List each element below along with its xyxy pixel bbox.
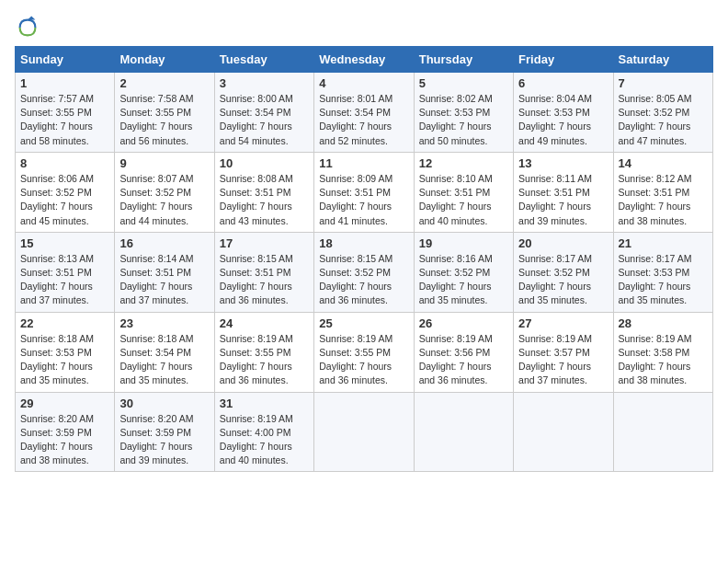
day-number: 16: [119, 236, 209, 250]
calendar-day-cell: 4 Sunrise: 8:01 AMSunset: 3:54 PMDayligh…: [314, 73, 414, 153]
day-number: 19: [419, 236, 508, 250]
day-number: 14: [619, 156, 708, 170]
day-number: 17: [220, 236, 309, 250]
day-number: 5: [419, 76, 508, 90]
day-number: 22: [20, 316, 109, 330]
day-number: 25: [319, 316, 408, 330]
day-number: 9: [119, 156, 209, 170]
day-info: Sunrise: 8:08 AMSunset: 3:51 PMDaylight:…: [220, 172, 309, 228]
day-number: 6: [518, 76, 608, 90]
logo-icon: [15, 15, 40, 40]
calendar-day-cell: 24 Sunrise: 8:19 AMSunset: 3:55 PMDaylig…: [214, 312, 313, 392]
calendar-day-cell: 29 Sunrise: 8:20 AMSunset: 3:59 PMDaylig…: [16, 392, 115, 472]
calendar-day-cell: 27 Sunrise: 8:19 AMSunset: 3:57 PMDaylig…: [514, 312, 613, 392]
day-number: 18: [319, 236, 408, 250]
col-saturday: Saturday: [613, 47, 712, 73]
day-info: Sunrise: 8:10 AMSunset: 3:51 PMDaylight:…: [419, 172, 508, 228]
calendar-day-cell: 28 Sunrise: 8:19 AMSunset: 3:58 PMDaylig…: [613, 312, 712, 392]
day-info: Sunrise: 8:20 AMSunset: 3:59 PMDaylight:…: [20, 412, 109, 468]
day-info: Sunrise: 8:05 AMSunset: 3:52 PMDaylight:…: [619, 92, 708, 148]
calendar-day-cell: 3 Sunrise: 8:00 AMSunset: 3:54 PMDayligh…: [214, 73, 313, 153]
col-tuesday: Tuesday: [214, 47, 313, 73]
calendar-day-cell: 31 Sunrise: 8:19 AMSunset: 4:00 PMDaylig…: [214, 392, 313, 472]
day-info: Sunrise: 8:06 AMSunset: 3:52 PMDaylight:…: [20, 172, 109, 228]
calendar-day-cell: 7 Sunrise: 8:05 AMSunset: 3:52 PMDayligh…: [613, 73, 712, 153]
day-number: 7: [619, 76, 708, 90]
calendar-day-cell: 12 Sunrise: 8:10 AMSunset: 3:51 PMDaylig…: [414, 152, 513, 232]
calendar-week-row: 8 Sunrise: 8:06 AMSunset: 3:52 PMDayligh…: [16, 152, 713, 232]
day-info: Sunrise: 8:19 AMSunset: 3:58 PMDaylight:…: [619, 332, 708, 388]
calendar-day-cell: 26 Sunrise: 8:19 AMSunset: 3:56 PMDaylig…: [414, 312, 513, 392]
day-number: 8: [20, 156, 109, 170]
calendar-day-cell: 2 Sunrise: 7:58 AMSunset: 3:55 PMDayligh…: [115, 73, 214, 153]
calendar-day-cell: 10 Sunrise: 8:08 AMSunset: 3:51 PMDaylig…: [214, 152, 313, 232]
day-info: Sunrise: 8:16 AMSunset: 3:52 PMDaylight:…: [419, 252, 508, 308]
day-info: Sunrise: 8:18 AMSunset: 3:53 PMDaylight:…: [20, 332, 109, 388]
day-info: Sunrise: 8:11 AMSunset: 3:51 PMDaylight:…: [518, 172, 608, 228]
day-info: Sunrise: 8:04 AMSunset: 3:53 PMDaylight:…: [518, 92, 608, 148]
page-header: [15, 15, 713, 40]
day-info: Sunrise: 8:17 AMSunset: 3:52 PMDaylight:…: [518, 252, 608, 308]
calendar-day-cell: 6 Sunrise: 8:04 AMSunset: 3:53 PMDayligh…: [514, 73, 613, 153]
day-info: Sunrise: 8:12 AMSunset: 3:51 PMDaylight:…: [619, 172, 708, 228]
day-number: 10: [220, 156, 309, 170]
calendar-week-row: 29 Sunrise: 8:20 AMSunset: 3:59 PMDaylig…: [16, 392, 713, 472]
calendar-header-row: Sunday Monday Tuesday Wednesday Thursday…: [16, 47, 713, 73]
day-number: 26: [419, 316, 508, 330]
calendar-day-cell: 21 Sunrise: 8:17 AMSunset: 3:53 PMDaylig…: [613, 232, 712, 312]
day-info: Sunrise: 8:15 AMSunset: 3:51 PMDaylight:…: [220, 252, 309, 308]
day-number: 30: [119, 396, 209, 410]
day-number: 12: [419, 156, 508, 170]
col-thursday: Thursday: [414, 47, 513, 73]
logo: [15, 15, 44, 40]
calendar-day-cell: [514, 392, 613, 472]
calendar-day-cell: 18 Sunrise: 8:15 AMSunset: 3:52 PMDaylig…: [314, 232, 414, 312]
day-number: 29: [20, 396, 109, 410]
calendar-day-cell: 30 Sunrise: 8:20 AMSunset: 3:59 PMDaylig…: [115, 392, 214, 472]
day-number: 11: [319, 156, 408, 170]
calendar-day-cell: 19 Sunrise: 8:16 AMSunset: 3:52 PMDaylig…: [414, 232, 513, 312]
col-wednesday: Wednesday: [314, 47, 414, 73]
calendar-day-cell: 17 Sunrise: 8:15 AMSunset: 3:51 PMDaylig…: [214, 232, 313, 312]
day-number: 31: [220, 396, 309, 410]
calendar-day-cell: [314, 392, 414, 472]
calendar-day-cell: 15 Sunrise: 8:13 AMSunset: 3:51 PMDaylig…: [16, 232, 115, 312]
calendar-day-cell: 25 Sunrise: 8:19 AMSunset: 3:55 PMDaylig…: [314, 312, 414, 392]
day-info: Sunrise: 7:58 AMSunset: 3:55 PMDaylight:…: [119, 92, 209, 148]
day-number: 23: [119, 316, 209, 330]
calendar-day-cell: 8 Sunrise: 8:06 AMSunset: 3:52 PMDayligh…: [16, 152, 115, 232]
day-number: 20: [518, 236, 608, 250]
day-info: Sunrise: 8:19 AMSunset: 4:00 PMDaylight:…: [220, 412, 309, 468]
day-number: 4: [319, 76, 408, 90]
col-monday: Monday: [115, 47, 214, 73]
day-info: Sunrise: 8:07 AMSunset: 3:52 PMDaylight:…: [119, 172, 209, 228]
day-number: 13: [518, 156, 608, 170]
day-info: Sunrise: 8:02 AMSunset: 3:53 PMDaylight:…: [419, 92, 508, 148]
calendar-day-cell: 1 Sunrise: 7:57 AMSunset: 3:55 PMDayligh…: [16, 73, 115, 153]
day-info: Sunrise: 8:20 AMSunset: 3:59 PMDaylight:…: [119, 412, 209, 468]
calendar-day-cell: 16 Sunrise: 8:14 AMSunset: 3:51 PMDaylig…: [115, 232, 214, 312]
day-info: Sunrise: 8:17 AMSunset: 3:53 PMDaylight:…: [619, 252, 708, 308]
calendar-day-cell: 13 Sunrise: 8:11 AMSunset: 3:51 PMDaylig…: [514, 152, 613, 232]
col-friday: Friday: [514, 47, 613, 73]
calendar-week-row: 22 Sunrise: 8:18 AMSunset: 3:53 PMDaylig…: [16, 312, 713, 392]
col-sunday: Sunday: [16, 47, 115, 73]
day-info: Sunrise: 8:13 AMSunset: 3:51 PMDaylight:…: [20, 252, 109, 308]
day-number: 21: [619, 236, 708, 250]
day-info: Sunrise: 8:19 AMSunset: 3:55 PMDaylight:…: [220, 332, 309, 388]
calendar-day-cell: 9 Sunrise: 8:07 AMSunset: 3:52 PMDayligh…: [115, 152, 214, 232]
day-number: 27: [518, 316, 608, 330]
calendar-table: Sunday Monday Tuesday Wednesday Thursday…: [15, 46, 713, 472]
day-info: Sunrise: 8:15 AMSunset: 3:52 PMDaylight:…: [319, 252, 408, 308]
day-info: Sunrise: 8:19 AMSunset: 3:57 PMDaylight:…: [518, 332, 608, 388]
day-info: Sunrise: 8:18 AMSunset: 3:54 PMDaylight:…: [119, 332, 209, 388]
calendar-week-row: 15 Sunrise: 8:13 AMSunset: 3:51 PMDaylig…: [16, 232, 713, 312]
day-info: Sunrise: 8:19 AMSunset: 3:56 PMDaylight:…: [419, 332, 508, 388]
calendar-day-cell: 14 Sunrise: 8:12 AMSunset: 3:51 PMDaylig…: [613, 152, 712, 232]
day-number: 24: [220, 316, 309, 330]
day-number: 15: [20, 236, 109, 250]
day-number: 3: [220, 76, 309, 90]
calendar-day-cell: 20 Sunrise: 8:17 AMSunset: 3:52 PMDaylig…: [514, 232, 613, 312]
calendar-week-row: 1 Sunrise: 7:57 AMSunset: 3:55 PMDayligh…: [16, 73, 713, 153]
day-number: 28: [619, 316, 708, 330]
